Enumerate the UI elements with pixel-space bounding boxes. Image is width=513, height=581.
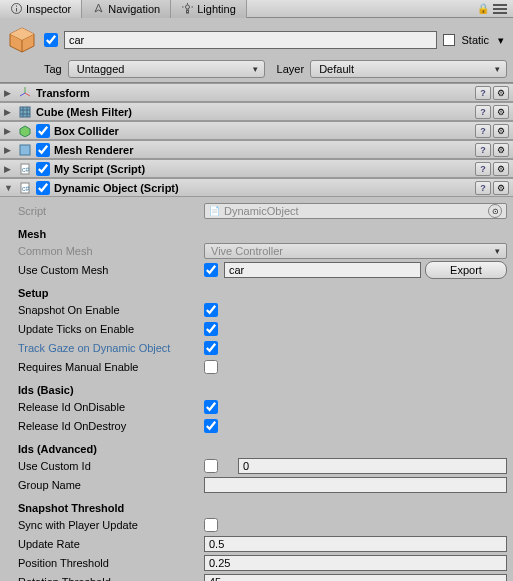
foldout-icon[interactable]: ▶	[4, 164, 14, 174]
tag-label: Tag	[44, 63, 62, 75]
tab-lighting[interactable]: Lighting	[171, 0, 247, 18]
gear-button[interactable]: ⚙	[493, 86, 509, 100]
tab-navigation[interactable]: Navigation	[82, 0, 171, 18]
tab-inspector[interactable]: Inspector	[0, 0, 82, 18]
position-threshold-input[interactable]	[204, 555, 507, 571]
script-label: Script	[18, 205, 204, 217]
rotation-threshold-label: Rotation Threshold	[18, 576, 204, 581]
script-icon: c#	[18, 162, 32, 176]
export-button[interactable]: Export	[425, 261, 507, 279]
static-label: Static	[461, 34, 489, 46]
static-dropdown-icon[interactable]: ▾	[495, 34, 507, 47]
foldout-icon[interactable]: ▶	[4, 88, 14, 98]
foldout-icon[interactable]: ▶	[4, 145, 14, 155]
help-button[interactable]: ?	[475, 162, 491, 176]
component-enable-checkbox[interactable]	[36, 162, 50, 176]
gear-button[interactable]: ⚙	[493, 181, 509, 195]
update-ticks-checkbox[interactable]	[204, 322, 218, 336]
transform-icon	[18, 86, 32, 100]
custom-id-input[interactable]	[238, 458, 507, 474]
rotation-threshold-input[interactable]	[204, 574, 507, 581]
chevron-down-icon: ▾	[495, 64, 500, 74]
gameobject-name-input[interactable]	[64, 31, 437, 49]
svg-rect-7	[186, 10, 188, 13]
component-enable-checkbox[interactable]	[36, 143, 50, 157]
use-custom-id-label: Use Custom Id	[18, 460, 204, 472]
tag-dropdown[interactable]: Untagged ▾	[68, 60, 265, 78]
help-button[interactable]: ?	[475, 86, 491, 100]
svg-line-13	[20, 93, 25, 96]
release-destroy-checkbox[interactable]	[204, 419, 218, 433]
section-ids-basic: Ids (Basic)	[18, 384, 507, 396]
use-custom-id-checkbox[interactable]	[204, 459, 218, 473]
use-custom-mesh-label: Use Custom Mesh	[18, 264, 204, 276]
context-menu-icon[interactable]	[493, 4, 507, 14]
gear-button[interactable]: ⚙	[493, 143, 509, 157]
component-my-script: ▶ c# My Script (Script) ?⚙	[0, 159, 513, 178]
script-field[interactable]: 📄 DynamicObject ⊙	[204, 203, 507, 219]
help-button[interactable]: ?	[475, 105, 491, 119]
static-checkbox[interactable]	[443, 34, 455, 46]
help-button[interactable]: ?	[475, 181, 491, 195]
component-transform: ▶ Transform ?⚙	[0, 83, 513, 102]
help-button[interactable]: ?	[475, 124, 491, 138]
script-mini-icon: 📄	[209, 206, 220, 216]
component-dynamic-object: ▼ c# Dynamic Object (Script) ?⚙ Script 📄…	[0, 178, 513, 581]
svg-text:c#: c#	[22, 166, 30, 173]
svg-text:c#: c#	[22, 185, 30, 192]
script-value: DynamicObject	[224, 205, 299, 217]
foldout-icon[interactable]: ▼	[4, 183, 14, 193]
chevron-down-icon: ▾	[495, 246, 500, 256]
info-icon	[10, 3, 22, 15]
layer-dropdown[interactable]: Default ▾	[310, 60, 507, 78]
release-disable-checkbox[interactable]	[204, 400, 218, 414]
tab-label: Navigation	[108, 3, 160, 15]
foldout-icon[interactable]: ▶	[4, 126, 14, 136]
inspector-tabs: Inspector Navigation Lighting 🔒	[0, 0, 513, 18]
navigation-icon	[92, 3, 104, 15]
object-picker-icon[interactable]: ⊙	[488, 204, 502, 218]
layer-label: Layer	[277, 63, 305, 75]
component-enable-checkbox[interactable]	[36, 181, 50, 195]
component-title: Cube (Mesh Filter)	[36, 106, 471, 118]
common-mesh-dropdown[interactable]: Vive Controller ▾	[204, 243, 507, 259]
script-icon: c#	[18, 181, 32, 195]
use-custom-mesh-checkbox[interactable]	[204, 263, 218, 277]
mesh-filter-icon	[18, 105, 32, 119]
tab-label: Inspector	[26, 3, 71, 15]
gear-button[interactable]: ⚙	[493, 124, 509, 138]
gear-button[interactable]: ⚙	[493, 162, 509, 176]
component-enable-checkbox[interactable]	[36, 124, 50, 138]
svg-rect-14	[20, 107, 30, 117]
gear-button[interactable]: ⚙	[493, 105, 509, 119]
component-title: My Script (Script)	[54, 163, 471, 175]
svg-rect-1	[16, 8, 17, 12]
group-name-input[interactable]	[204, 477, 507, 493]
sync-checkbox[interactable]	[204, 518, 218, 532]
component-title: Dynamic Object (Script)	[54, 182, 471, 194]
svg-point-3	[185, 5, 189, 9]
snapshot-on-enable-checkbox[interactable]	[204, 303, 218, 317]
update-rate-input[interactable]	[204, 536, 507, 552]
common-mesh-value: Vive Controller	[211, 245, 283, 257]
component-box-collider: ▶ Box Collider ?⚙	[0, 121, 513, 140]
requires-manual-checkbox[interactable]	[204, 360, 218, 374]
mesh-name-input[interactable]	[224, 262, 421, 278]
component-title: Transform	[36, 87, 471, 99]
track-gaze-label: Track Gaze on Dynamic Object	[18, 342, 204, 354]
tab-label: Lighting	[197, 3, 236, 15]
track-gaze-checkbox[interactable]	[204, 341, 218, 355]
lock-icon[interactable]: 🔒	[477, 3, 489, 14]
section-setup: Setup	[18, 287, 507, 299]
tag-value: Untagged	[77, 63, 125, 75]
layer-value: Default	[319, 63, 354, 75]
active-checkbox[interactable]	[44, 33, 58, 47]
box-collider-icon	[18, 124, 32, 138]
position-threshold-label: Position Threshold	[18, 557, 204, 569]
help-button[interactable]: ?	[475, 143, 491, 157]
mesh-renderer-icon	[18, 143, 32, 157]
group-name-label: Group Name	[18, 479, 204, 491]
svg-rect-2	[16, 6, 17, 7]
foldout-icon[interactable]: ▶	[4, 107, 14, 117]
common-mesh-label: Common Mesh	[18, 245, 204, 257]
